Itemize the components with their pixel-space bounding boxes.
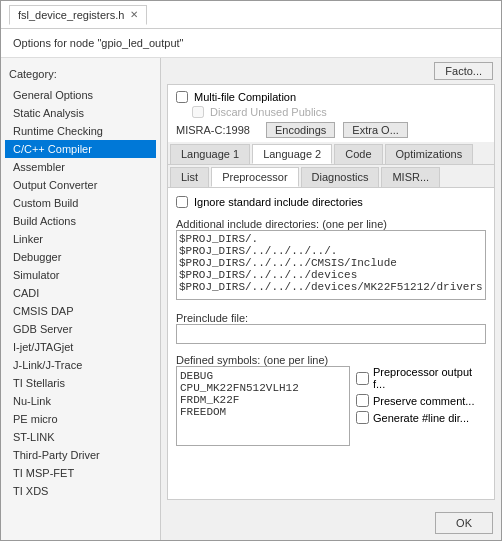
preprocessor-options: Preprocessor output f... Preserve commen…	[356, 366, 486, 424]
sidebar-item-debugger[interactable]: Debugger	[5, 248, 156, 266]
sidebar-item-output-converter[interactable]: Output Converter	[5, 176, 156, 194]
ignore-std-checkbox[interactable]	[176, 196, 188, 208]
sidebar-item-build-actions[interactable]: Build Actions	[5, 212, 156, 230]
sub-tab-preprocessor[interactable]: Preprocessor	[211, 167, 298, 187]
sub-tab-list[interactable]: List	[170, 167, 209, 187]
options-panel: Multi-file Compilation Discard Unused Pu…	[167, 84, 495, 500]
preprocessor-output-row: Preprocessor output f...	[356, 366, 486, 390]
panel-content: Ignore standard include directories Addi…	[168, 188, 494, 499]
preserve-comments-label: Preserve comment...	[373, 395, 474, 407]
discard-label: Discard Unused Publics	[210, 106, 327, 118]
sidebar-item-st-link[interactable]: ST-LINK	[5, 428, 156, 446]
sidebar-item-runtime-checking[interactable]: Runtime Checking	[5, 122, 156, 140]
sidebar-item-general-options[interactable]: General Options	[5, 86, 156, 104]
misra-label: MISRA-C:1998	[176, 124, 250, 136]
sidebar-item-ti-stellaris[interactable]: TI Stellaris	[5, 374, 156, 392]
multifile-label: Multi-file Compilation	[194, 91, 296, 103]
discard-checkbox[interactable]	[192, 106, 204, 118]
main-tabs-row: Language 1 Language 2 Code Optimizations	[168, 142, 494, 165]
generate-hash-line-checkbox[interactable]	[356, 411, 369, 424]
title-tab[interactable]: fsl_device_registers.h ✕	[9, 5, 147, 25]
sidebar-item-cmsis-dap[interactable]: CMSIS DAP	[5, 302, 156, 320]
sidebar-item-gdb-server[interactable]: GDB Server	[5, 320, 156, 338]
sub-tabs-row: List Preprocessor Diagnostics MISR...	[168, 165, 494, 188]
top-buttons: Facto...	[161, 58, 501, 84]
misra-encodings-tab[interactable]: Encodings	[266, 122, 335, 138]
defined-symbols-input[interactable]: DEBUG CPU_MK22FN512VLH12 FRDM_K22F FREED…	[176, 366, 350, 446]
sidebar-item-pe-micro[interactable]: PE micro	[5, 410, 156, 428]
sidebar-item-custom-build[interactable]: Custom Build	[5, 194, 156, 212]
tab-code[interactable]: Code	[334, 144, 382, 164]
main-content: Category: General Options Static Analysi…	[1, 58, 501, 540]
main-window: fsl_device_registers.h ✕ Options for nod…	[0, 0, 502, 541]
ok-button[interactable]: OK	[435, 512, 493, 534]
generate-hash-line-label: Generate #line dir...	[373, 412, 469, 424]
ignore-std-label: Ignore standard include directories	[194, 196, 363, 208]
sidebar-item-simulator[interactable]: Simulator	[5, 266, 156, 284]
right-panel: Facto... Multi-file Compilation Discard …	[161, 58, 501, 540]
misra-row: MISRA-C:1998 Encodings Extra O...	[168, 118, 494, 142]
multifile-row: Multi-file Compilation	[176, 91, 486, 103]
additional-dirs-label: Additional include directories: (one per…	[176, 218, 486, 230]
sidebar-item-j-link-j-trace[interactable]: J-Link/J-Trace	[5, 356, 156, 374]
options-header-text: Options for node "gpio_led_output"	[13, 37, 184, 49]
sidebar-item-c-cpp-compiler[interactable]: C/C++ Compiler	[5, 140, 156, 158]
category-label: Category:	[5, 66, 156, 82]
additional-dirs-container: $PROJ_DIRS/. $PROJ_DIRS/../../../../. $P…	[176, 230, 486, 302]
close-icon[interactable]: ✕	[130, 9, 138, 20]
preinclude-label: Preinclude file:	[176, 312, 486, 324]
preprocessor-output-checkbox[interactable]	[356, 372, 369, 385]
bottom-buttons: OK	[161, 506, 501, 540]
additional-dirs-input[interactable]: $PROJ_DIRS/. $PROJ_DIRS/../../../../. $P…	[176, 230, 486, 300]
options-header: Options for node "gpio_led_output"	[1, 29, 501, 58]
preprocessor-output-label: Preprocessor output f...	[373, 366, 486, 390]
defined-symbols-label: Defined symbols: (one per line)	[176, 354, 486, 366]
sidebar-item-linker[interactable]: Linker	[5, 230, 156, 248]
preserve-comments-row: Preserve comment...	[356, 394, 486, 407]
multifile-checkbox[interactable]	[176, 91, 188, 103]
additional-dirs-section: Additional include directories: (one per…	[176, 214, 486, 302]
sidebar-item-assembler[interactable]: Assembler	[5, 158, 156, 176]
title-bar: fsl_device_registers.h ✕	[1, 1, 501, 29]
sidebar-item-nu-link[interactable]: Nu-Link	[5, 392, 156, 410]
tab-optimizations[interactable]: Optimizations	[385, 144, 474, 164]
sidebar-item-cadi[interactable]: CADI	[5, 284, 156, 302]
preserve-comments-checkbox[interactable]	[356, 394, 369, 407]
sidebar: Category: General Options Static Analysi…	[1, 58, 161, 540]
misra-extra-tab[interactable]: Extra O...	[343, 122, 407, 138]
defined-symbols-row: DEBUG CPU_MK22FN512VLH12 FRDM_K22F FREED…	[176, 366, 486, 446]
preinclude-section: Preinclude file:	[176, 308, 486, 344]
sidebar-item-ti-xds[interactable]: TI XDS	[5, 482, 156, 500]
sub-tab-misr[interactable]: MISR...	[381, 167, 440, 187]
factory-button[interactable]: Facto...	[434, 62, 493, 80]
sub-tab-diagnostics[interactable]: Diagnostics	[301, 167, 380, 187]
discard-row: Discard Unused Publics	[192, 106, 486, 118]
sidebar-item-ti-msp-fet[interactable]: TI MSP-FET	[5, 464, 156, 482]
sidebar-item-i-jet-jtagjet[interactable]: I-jet/JTAGjet	[5, 338, 156, 356]
tab-language2[interactable]: Language 2	[252, 144, 332, 164]
defined-symbols-section: Defined symbols: (one per line) DEBUG CP…	[176, 350, 486, 446]
title-tab-label: fsl_device_registers.h	[18, 9, 124, 21]
preinclude-input[interactable]	[176, 324, 486, 344]
sidebar-item-static-analysis[interactable]: Static Analysis	[5, 104, 156, 122]
top-checkboxes: Multi-file Compilation Discard Unused Pu…	[168, 85, 494, 118]
generate-hash-line-row: Generate #line dir...	[356, 411, 486, 424]
sidebar-item-third-party-driver[interactable]: Third-Party Driver	[5, 446, 156, 464]
ignore-std-row: Ignore standard include directories	[176, 196, 486, 208]
tab-language1[interactable]: Language 1	[170, 144, 250, 164]
